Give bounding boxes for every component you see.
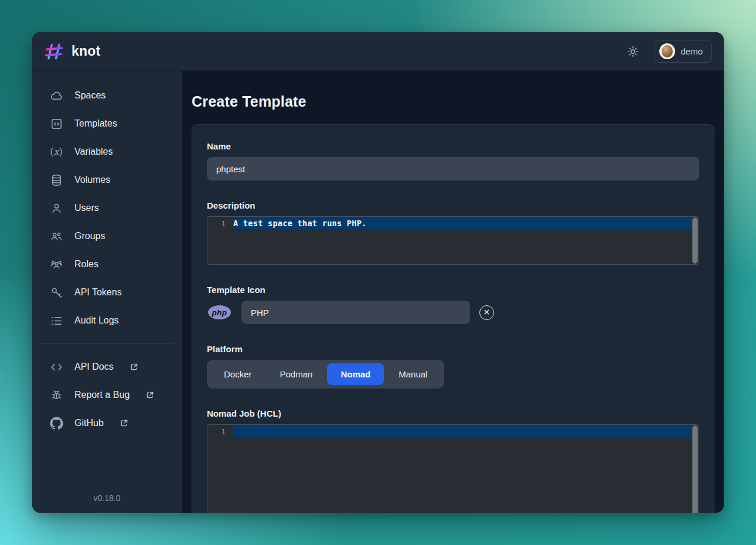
sidebar-item-spaces[interactable]: Spaces: [32, 81, 182, 110]
description-text: A test space that runs PHP.: [233, 219, 367, 228]
nomad-job-label: Nomad Job (HCL): [207, 408, 699, 418]
user-menu-button[interactable]: demo: [655, 40, 712, 63]
brand-name: knot: [71, 43, 100, 59]
nomad-job-field-group: Nomad Job (HCL) 1: [207, 408, 699, 513]
external-link-icon: [120, 419, 128, 427]
external-link-icon: [130, 363, 138, 371]
sidebar-item-roles[interactable]: Roles: [32, 250, 182, 278]
sidebar-link-label: GitHub: [74, 418, 104, 428]
users-icon: [50, 230, 63, 243]
key-icon: [50, 286, 63, 299]
sidebar-link-github[interactable]: GitHub: [32, 409, 182, 437]
user-avatar: [659, 43, 675, 59]
close-icon: [483, 309, 490, 315]
app-header: knot demo: [32, 32, 724, 71]
clear-icon-button[interactable]: [479, 305, 494, 320]
user-icon: [50, 202, 63, 215]
editor-active-line: 1 A test space that runs PHP.: [207, 217, 699, 229]
line-number: 1: [207, 219, 233, 228]
sidebar-divider: [40, 343, 173, 344]
cloud-icon: [50, 89, 63, 103]
php-logo-icon: php: [207, 304, 232, 321]
sidebar-item-templates[interactable]: Templates: [32, 110, 182, 138]
sidebar-item-users[interactable]: Users: [32, 194, 182, 222]
template-code-icon: [50, 117, 63, 131]
sidebar-item-label: Groups: [74, 231, 105, 241]
editor-active-line: 1: [207, 425, 699, 437]
platform-field-group: Platform Docker Podman Nomad Manual: [207, 344, 699, 389]
variable-icon: (x): [50, 145, 63, 159]
sidebar-item-label: Users: [74, 203, 99, 213]
app-version: v0.18.0: [32, 493, 182, 513]
header-actions: demo: [626, 40, 712, 63]
sidebar-item-label: Templates: [74, 118, 117, 129]
create-template-form-card: Name Description 1 A test space that run…: [192, 124, 714, 513]
body-row: Spaces Templates (x) Variables: [32, 71, 724, 513]
active-line-highlight: [233, 425, 692, 437]
sidebar-item-label: Variables: [74, 147, 113, 157]
users-group-icon: [50, 258, 63, 271]
sidebar-link-label: API Docs: [74, 362, 114, 372]
template-icon-label: Template Icon: [207, 285, 699, 295]
bug-icon: [50, 389, 63, 402]
main-content: Create Template Name Description 1 A tes…: [182, 71, 724, 513]
description-code-editor[interactable]: 1 A test space that runs PHP.: [207, 216, 699, 265]
name-field-group: Name: [207, 141, 699, 180]
knot-logo-icon: [44, 42, 64, 62]
database-icon: [50, 173, 63, 187]
template-icon-field-group: Template Icon php: [207, 285, 699, 324]
platform-segmented-control: Docker Podman Nomad Manual: [207, 360, 444, 389]
sidebar-item-label: Roles: [74, 259, 98, 270]
name-label: Name: [207, 141, 699, 151]
description-label: Description: [207, 200, 699, 210]
platform-option-manual[interactable]: Manual: [385, 363, 441, 385]
sidebar-item-label: Spaces: [74, 90, 105, 101]
app-window: knot demo: [32, 32, 724, 513]
theme-toggle-sun-icon[interactable]: [626, 45, 639, 58]
code-icon: [50, 360, 63, 374]
description-field-group: Description 1 A test space that runs PHP…: [207, 200, 699, 265]
sidebar-item-audit-logs[interactable]: Audit Logs: [32, 306, 182, 335]
sidebar: Spaces Templates (x) Variables: [32, 71, 182, 513]
github-icon: [50, 417, 63, 430]
sidebar-item-label: Volumes: [74, 175, 110, 185]
platform-option-nomad[interactable]: Nomad: [327, 363, 384, 385]
template-icon-input[interactable]: [241, 301, 470, 324]
brand[interactable]: knot: [44, 42, 100, 62]
sidebar-item-variables[interactable]: (x) Variables: [32, 138, 182, 166]
external-link-icon: [146, 391, 154, 399]
line-number: 1: [207, 427, 233, 436]
nomad-job-code-editor[interactable]: 1: [207, 424, 699, 513]
sidebar-link-report-bug[interactable]: Report a Bug: [32, 381, 182, 409]
name-input[interactable]: [207, 157, 699, 180]
user-name: demo: [680, 46, 703, 56]
sidebar-link-label: Report a Bug: [74, 390, 130, 400]
page-title: Create Template: [192, 93, 714, 110]
sidebar-item-groups[interactable]: Groups: [32, 222, 182, 250]
editor-scrollbar[interactable]: [692, 425, 698, 513]
platform-option-docker[interactable]: Docker: [210, 363, 265, 385]
sidebar-item-api-tokens[interactable]: API Tokens: [32, 278, 182, 306]
platform-option-podman[interactable]: Podman: [267, 363, 326, 385]
sidebar-item-label: API Tokens: [74, 287, 122, 298]
editor-scrollbar[interactable]: [692, 217, 698, 264]
sidebar-item-label: Audit Logs: [74, 315, 119, 326]
sidebar-link-api-docs[interactable]: API Docs: [32, 353, 182, 381]
sidebar-item-volumes[interactable]: Volumes: [32, 166, 182, 194]
list-icon: [50, 314, 63, 328]
platform-label: Platform: [207, 344, 699, 354]
